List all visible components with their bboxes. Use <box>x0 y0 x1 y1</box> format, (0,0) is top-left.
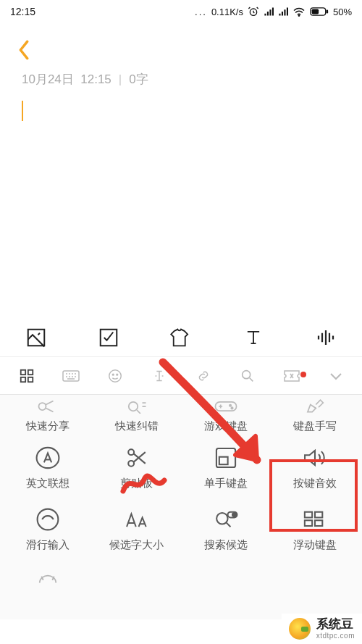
svg-point-14 <box>116 374 117 375</box>
kb-row: 滑行输入 候选字大小 搜索候选 浮动键盘 <box>3 496 359 558</box>
font-size-icon <box>123 508 151 531</box>
kb-cell-search-cand[interactable]: 搜索候选 <box>181 496 270 558</box>
kb-cell-onehand[interactable]: 单手键盘 <box>181 435 270 496</box>
kb-cell-label: 浮动键盘 <box>293 538 337 552</box>
kb-cell-label: 候选字大小 <box>109 538 164 552</box>
svg-point-21 <box>36 448 59 468</box>
kb-cell-more[interactable] <box>3 558 92 600</box>
share-icon <box>36 399 59 414</box>
swipe-icon <box>35 507 60 532</box>
onehand-kb-icon <box>214 446 238 470</box>
search-icon <box>240 368 256 384</box>
svg-rect-3 <box>312 9 319 14</box>
svg-point-13 <box>112 374 114 375</box>
note-toolbar <box>0 311 362 357</box>
kb-tab-edit[interactable] <box>137 368 181 384</box>
theme-tool[interactable] <box>167 323 195 352</box>
coupon-icon <box>283 369 300 383</box>
kb-cell-float-kb[interactable]: 浮动键盘 <box>270 496 359 558</box>
cat-icon <box>35 574 60 588</box>
back-button[interactable] <box>13 39 35 61</box>
kb-cell-key-sound[interactable]: 按键音效 <box>270 435 359 496</box>
kb-row: 快速分享 快速纠错 游戏键盘 键盘手写 <box>3 395 359 435</box>
kb-cell-share[interactable]: 快速分享 <box>3 395 92 435</box>
watermark: 系统豆 xtdtpc.com <box>282 614 362 644</box>
signal-icon-2 <box>278 7 288 17</box>
note-meta: 10月24日 12:15|0字 <box>0 65 362 88</box>
svg-rect-32 <box>304 520 311 526</box>
kb-tab-grid[interactable] <box>4 368 49 384</box>
battery-icon <box>310 7 329 17</box>
kb-tab-coupon[interactable] <box>269 369 313 383</box>
svg-rect-11 <box>63 371 79 381</box>
kb-cell-label: 单手键盘 <box>204 477 248 490</box>
kb-cell-label: 英文联想 <box>26 477 70 490</box>
kb-tab-emoji[interactable] <box>93 368 137 384</box>
note-char-count: 0字 <box>129 72 148 86</box>
chevron-down-icon <box>329 371 343 381</box>
svg-rect-10 <box>28 377 32 381</box>
wifi-icon <box>292 7 306 17</box>
watermark-name: 系统豆 <box>316 618 355 632</box>
image-tool[interactable] <box>22 323 51 352</box>
svg-rect-25 <box>219 457 227 464</box>
kb-tab-search[interactable] <box>225 368 269 384</box>
search-toggle-icon <box>213 508 239 531</box>
svg-rect-7 <box>20 369 25 374</box>
kb-top-strip <box>0 357 362 395</box>
kb-cell-handwrite[interactable]: 键盘手写 <box>270 395 359 435</box>
svg-point-16 <box>38 403 46 410</box>
divider: | <box>119 72 122 86</box>
signal-icon <box>264 7 274 17</box>
speaker-icon <box>301 446 329 470</box>
kb-cell-swipe[interactable]: 滑行输入 <box>3 496 92 558</box>
svg-point-15 <box>242 370 250 378</box>
text-tool[interactable] <box>239 323 268 352</box>
checkbox-tool[interactable] <box>94 323 123 352</box>
tshirt-icon <box>169 327 193 348</box>
kb-cell-fontsize[interactable]: 候选字大小 <box>92 496 181 558</box>
kb-cell-label: 快速纠错 <box>115 419 159 433</box>
note-date: 10月24日 <box>22 72 74 86</box>
kb-row: 英文联想 剪贴板 单手键盘 按键音效 <box>3 435 359 496</box>
svg-point-17 <box>128 402 138 411</box>
kb-cell-clipboard[interactable]: 剪贴板 <box>92 435 181 496</box>
svg-rect-31 <box>315 512 322 518</box>
gamepad-icon <box>214 399 238 414</box>
note-time: 12:15 <box>80 72 111 86</box>
kb-tab-collapse[interactable] <box>313 371 358 381</box>
pen-icon <box>304 399 326 414</box>
checkbox-icon <box>98 327 119 348</box>
alarm-icon <box>248 6 259 17</box>
kb-cell-label: 搜索候选 <box>204 538 248 552</box>
kb-cell-label: 键盘手写 <box>293 419 337 433</box>
kb-cell-en-assoc[interactable]: 英文联想 <box>3 435 92 496</box>
voice-tool[interactable] <box>311 323 340 352</box>
svg-point-12 <box>109 369 121 382</box>
kb-settings-grid: 快速分享 快速纠错 游戏键盘 键盘手写 英文联想 剪贴板 单手键盘 <box>0 395 362 619</box>
text-icon <box>243 327 264 348</box>
kb-tab-clip[interactable] <box>181 368 225 384</box>
svg-point-20 <box>231 407 232 409</box>
kb-cell-game[interactable]: 游戏键盘 <box>181 395 270 435</box>
grid-icon <box>19 368 35 384</box>
svg-rect-33 <box>315 520 322 526</box>
chevron-left-icon <box>17 40 30 60</box>
text-cursor <box>22 101 23 121</box>
emoji-icon <box>107 368 123 384</box>
note-editor[interactable] <box>0 88 362 137</box>
kb-cell-label: 快速分享 <box>26 419 70 433</box>
svg-point-26 <box>37 509 58 530</box>
status-net-speed: 0.11K/s <box>211 7 243 17</box>
kb-cell-correct[interactable]: 快速纠错 <box>92 395 181 435</box>
kb-tab-keyboard[interactable] <box>49 369 93 382</box>
soundwave-icon <box>315 327 337 348</box>
search-text-icon <box>125 399 148 414</box>
status-dots: ... <box>195 7 207 17</box>
svg-rect-8 <box>28 369 32 374</box>
cursor-edit-icon <box>151 368 167 384</box>
battery-pct: 50% <box>333 7 352 17</box>
notification-dot <box>300 372 306 377</box>
letter-a-icon <box>35 446 61 470</box>
svg-point-1 <box>298 15 299 16</box>
